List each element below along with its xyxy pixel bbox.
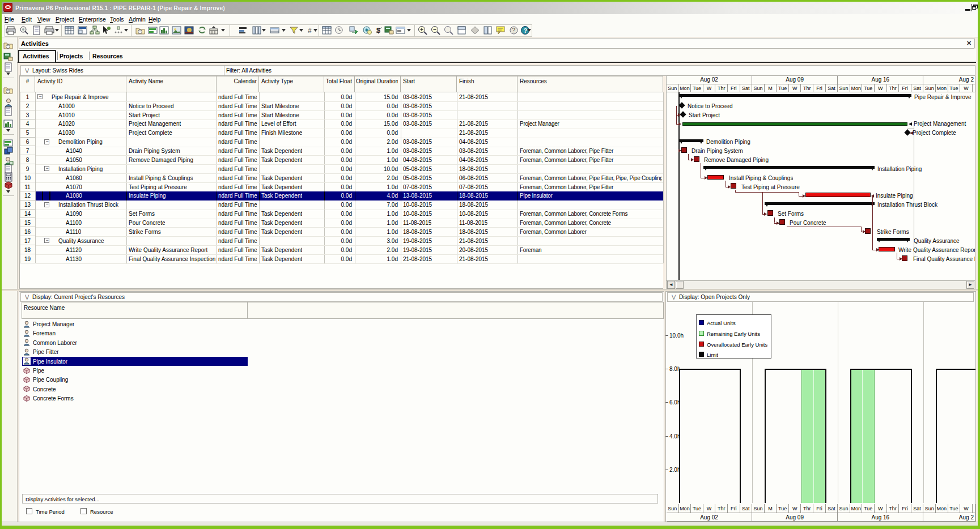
svg-text:?: ? xyxy=(512,27,516,33)
